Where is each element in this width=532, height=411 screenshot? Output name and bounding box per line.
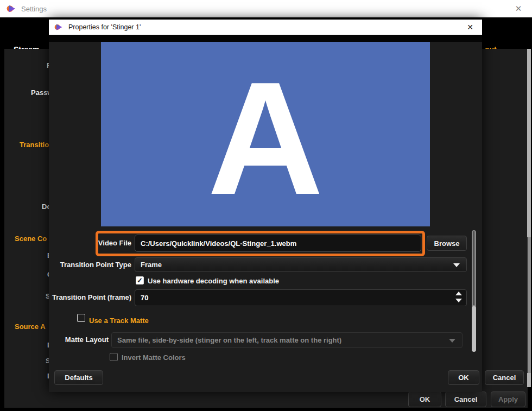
section-label-transitions-fragment: Transitio <box>20 141 49 149</box>
settings-window-title: Settings <box>21 5 47 13</box>
chevron-down-icon <box>453 263 460 267</box>
dialog-close-icon[interactable]: ✕ <box>465 22 476 32</box>
settings-close-icon[interactable]: ✕ <box>512 3 524 14</box>
defaults-button[interactable]: Defaults <box>54 370 103 385</box>
matte-layout-value: Same file, side-by-side (stinger on the … <box>117 336 341 344</box>
settings-titlebar: Settings ✕ <box>0 0 532 17</box>
section-label-scene-fragment: Scene Co <box>15 235 47 243</box>
invert-matte-label: Invert Matte Colors <box>122 353 186 362</box>
hw-decoding-label[interactable]: Use hardware decoding when available <box>148 277 279 285</box>
dialog-title: Properties for 'Stinger 1' <box>68 23 141 31</box>
transition-point-label: Transition Point (frame) <box>49 293 131 301</box>
transition-point-type-label: Transition Point Type <box>49 261 131 269</box>
stinger-video-preview: A <box>101 42 430 226</box>
settings-apply-button: Apply <box>491 391 525 407</box>
section-label-source-fragment: Source A <box>15 323 46 331</box>
dialog-titlebar: Properties for 'Stinger 1' ✕ <box>49 20 482 35</box>
settings-cancel-button[interactable]: Cancel <box>445 391 486 407</box>
video-file-label: Video File <box>49 239 131 247</box>
chevron-down-icon <box>449 339 455 343</box>
transition-point-input[interactable] <box>135 289 467 306</box>
dialog-scrollbar-track[interactable] <box>472 230 476 352</box>
dialog-logo-icon <box>54 23 63 31</box>
window-scrollbar-thumb[interactable] <box>527 237 531 373</box>
settings-ok-button[interactable]: OK <box>408 391 441 407</box>
browse-button[interactable]: Browse <box>427 236 467 251</box>
invert-matte-checkbox <box>110 353 118 361</box>
track-matte-label[interactable]: Use a Track Matte <box>89 317 149 325</box>
transition-point-type-value: Frame <box>141 261 162 269</box>
hw-decoding-checkbox[interactable]: ✓ <box>136 276 144 284</box>
dialog-top-strip <box>49 35 482 42</box>
properties-dialog: Properties for 'Stinger 1' ✕ A Video Fil… <box>49 20 482 392</box>
dialog-cancel-button[interactable]: Cancel <box>485 370 524 385</box>
matte-layout-select: Same file, side-by-side (stinger on the … <box>111 332 463 348</box>
window-scrollbar-track[interactable] <box>527 49 531 387</box>
matte-layout-label: Matte Layout <box>49 336 109 344</box>
app-logo-icon <box>7 4 16 14</box>
transition-point-spinner <box>455 292 463 302</box>
track-matte-checkbox[interactable] <box>77 314 85 322</box>
dialog-ok-button[interactable]: OK <box>448 370 479 385</box>
spin-up-icon[interactable] <box>455 292 462 295</box>
preview-letter: A <box>207 76 324 201</box>
screen: Settings ✕ Stream out F Passw Transitio … <box>0 0 532 411</box>
dialog-scrollbar-thumb[interactable] <box>472 306 476 352</box>
dialog-scrollbar-groove <box>473 231 474 305</box>
spin-down-icon[interactable] <box>455 299 462 302</box>
transition-point-type-select[interactable]: Frame <box>135 257 467 272</box>
video-file-input[interactable] <box>135 235 421 252</box>
